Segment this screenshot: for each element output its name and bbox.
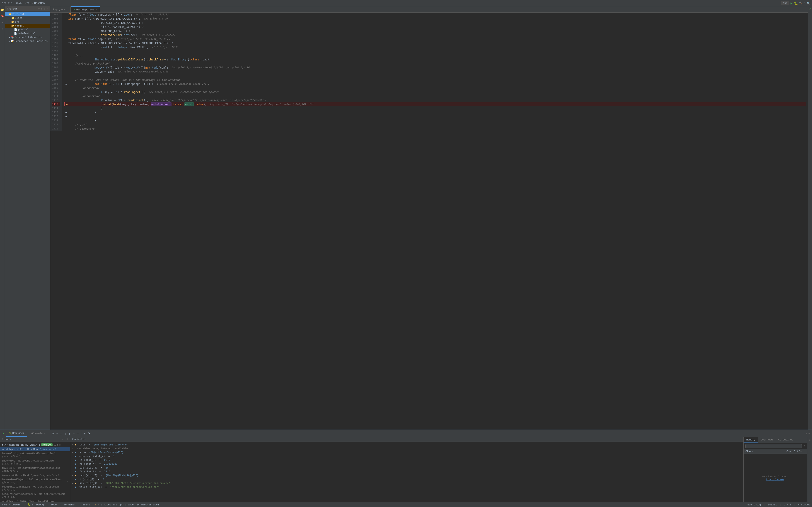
expand-icon[interactable]: ⊞ bbox=[809, 438, 810, 443]
code-content: 1390 1391 1392 1393 1394 1395 1396 1397 … bbox=[50, 13, 808, 131]
code-line-1390: float fc = (float)mappings / lf + 1.0f; … bbox=[64, 13, 806, 17]
encoding-label[interactable]: UTF-8 bbox=[784, 503, 791, 506]
var-cap[interactable]: ◆ cap (slot_5) = 16 bbox=[70, 466, 743, 470]
run-to-cursor-btn[interactable]: → bbox=[72, 431, 75, 436]
thread-nav-down[interactable]: ▼ bbox=[57, 443, 58, 446]
var-i[interactable]: ◆ i (slot_8) = 0 bbox=[70, 477, 743, 481]
code-line-1414: } bbox=[64, 106, 806, 110]
var-lf[interactable]: ◆ lf (slot_3) = 0.75 bbox=[70, 458, 743, 462]
sidebar-item-iml[interactable]: 📄 vulnTest.iml bbox=[5, 32, 50, 35]
code-line-1413: → putVal(hash(key), key, value, onlyIfAb… bbox=[64, 102, 806, 106]
tab-close-icon[interactable]: ✕ bbox=[66, 8, 68, 11]
frame-item-5[interactable]: invokeReadObject:1185, ObjectStreamClass… bbox=[0, 477, 70, 485]
frame-down-btn[interactable]: ↓ bbox=[64, 438, 66, 441]
project-icon[interactable]: 📁 bbox=[0, 7, 5, 12]
frame-up-btn[interactable]: ↑ bbox=[62, 438, 63, 441]
var-s[interactable]: ▶ ◆ s = {ObjectInputStream@710} bbox=[70, 450, 743, 454]
var-ft[interactable]: ◆ ft (slot_6) = 12.0 bbox=[70, 470, 743, 473]
tab-console[interactable]: ⊡ Console ✕ bbox=[28, 430, 48, 437]
tab-debugger[interactable]: 🐛 Debugger bbox=[6, 430, 27, 437]
structure-icon[interactable]: ≡ bbox=[1, 20, 4, 25]
sort-icon[interactable]: ▼ bbox=[801, 450, 802, 453]
folder-icon: 📝 bbox=[11, 40, 14, 42]
frame-copy-btn[interactable]: ⎘ bbox=[67, 438, 68, 441]
mute-breakpoints-btn[interactable]: ⊘ bbox=[83, 431, 86, 436]
sidebar-item-label: Scratches and Consoles bbox=[15, 40, 48, 43]
tab-hashmap-java[interactable]: J HashMap.java ✕ bbox=[71, 6, 100, 12]
step-into-btn[interactable]: ↓ bbox=[59, 431, 63, 436]
threads-btn[interactable]: ⟳ bbox=[87, 431, 91, 436]
sidebar-item-src[interactable]: 📂 src bbox=[5, 20, 50, 24]
sidebar-sort-icon[interactable]: ⇅ bbox=[41, 7, 43, 10]
var-this[interactable]: ▶ ◆ this = {HashMap@709} size = 0 bbox=[70, 443, 743, 447]
status-build[interactable]: Build bbox=[83, 503, 90, 506]
evaluate-btn[interactable]: = bbox=[76, 431, 80, 436]
line-sep-label[interactable]: 4 spaces bbox=[798, 503, 810, 506]
load-classes-link[interactable]: Load classes bbox=[766, 478, 784, 481]
run-button[interactable]: ▶ bbox=[791, 1, 792, 5]
frame-item-6[interactable]: readSerialData:2256, ObjectInputStream (… bbox=[0, 485, 70, 492]
thread-nav-up[interactable]: ▲ bbox=[54, 443, 56, 446]
sidebar-close-icon[interactable]: ✕ bbox=[47, 7, 48, 10]
var-key[interactable]: ▶ ◆ key (slot_9) = (URL@738) "http://url… bbox=[70, 481, 743, 485]
frame-item-2[interactable]: invoke:62, NativeMethodAccessorImpl (sun… bbox=[0, 459, 70, 466]
search-button[interactable]: 🔍 bbox=[807, 2, 810, 5]
sidebar-layout-icon[interactable]: ⊞ bbox=[44, 7, 46, 10]
var-mappings[interactable]: ◆ mappings (slot_2) = 1 bbox=[70, 454, 743, 458]
debug-icon: 🐛 bbox=[28, 503, 31, 506]
no-classes-text: No classes loaded. bbox=[762, 475, 789, 478]
minimize-icon[interactable]: — bbox=[809, 432, 810, 435]
thread-copy[interactable]: ⎘ bbox=[59, 443, 61, 446]
frame-item-3[interactable]: invoke:43, DelegatingMethodAccessorImpl … bbox=[0, 466, 70, 473]
sidebar-item-ext-libs[interactable]: ▶ 📚 External Libraries bbox=[5, 35, 50, 39]
column-class-label: Class bbox=[745, 450, 780, 453]
tab-app-java[interactable]: App.java ✕ bbox=[50, 6, 71, 12]
sidebar-item-idea[interactable]: 📁 .idea bbox=[5, 16, 50, 20]
settings-button[interactable]: ⚙ bbox=[804, 2, 805, 5]
frame-item-8[interactable]: readObject0:1646, ObjectInputStream (jav… bbox=[0, 499, 70, 502]
tab-close-icon[interactable]: ✕ bbox=[44, 432, 45, 435]
memory-search-input[interactable] bbox=[745, 444, 802, 448]
show-execution-point-btn[interactable]: ⊙ bbox=[51, 431, 54, 436]
build-button[interactable]: 🔨 bbox=[799, 2, 803, 5]
settings-icon[interactable]: ⚙ bbox=[806, 432, 807, 435]
memory-tab-overhead[interactable]: Overhead bbox=[758, 437, 775, 443]
tab-close-icon[interactable]: ✕ bbox=[96, 8, 97, 11]
var-tab[interactable]: ▶ ◆ tab (slot_7) = {HashMap$Node[16]@728… bbox=[70, 473, 743, 477]
frame-item-4[interactable]: invoke:498, Method (java.lang.reflect) bbox=[0, 473, 70, 477]
status-debug[interactable]: 🐛 5: Debug bbox=[28, 503, 44, 506]
frame-item-1[interactable]: invoke0:-1, NativeMethodAccessorImpl (su… bbox=[0, 451, 70, 459]
code-line-1393: (fc >= MAXIMUM_CAPACITY) ? bbox=[64, 25, 806, 29]
bookmark-icon[interactable]: 🔖 bbox=[0, 13, 5, 18]
sidebar-item-target[interactable]: 📂 target bbox=[5, 24, 50, 27]
debug-run-icon[interactable]: ▶ bbox=[2, 431, 5, 436]
problems-icon: ⚠ bbox=[2, 503, 3, 506]
app-config-label[interactable]: App bbox=[781, 1, 789, 5]
frame-item-0[interactable]: readObject:1413, HashMap (java.util) bbox=[0, 447, 70, 451]
memory-tab-memory[interactable]: Memory bbox=[744, 437, 758, 443]
code-line-1398: (int)ft : Integer.MAX_VALUE); ft (slot_6… bbox=[64, 45, 806, 49]
status-todo[interactable]: TODO bbox=[51, 503, 57, 506]
status-problems[interactable]: ⚠ 6: Problems bbox=[2, 503, 20, 506]
code-editor[interactable]: 1390 1391 1392 1393 1394 1395 1396 1397 … bbox=[50, 13, 808, 430]
favorites-icon[interactable]: ★ bbox=[1, 26, 4, 31]
sidebar-item-pom[interactable]: 📄 pom.xml bbox=[5, 27, 50, 32]
memory-toolbar: ⚙ bbox=[744, 443, 807, 449]
code-line-1407: // Read the keys and values, and put the… bbox=[64, 78, 806, 82]
step-out-btn[interactable]: ↑ bbox=[67, 431, 71, 436]
expand-icon: ▶ bbox=[9, 40, 10, 43]
var-value[interactable]: ◆ value (slot_10) = "http://urldns.epraq… bbox=[70, 485, 743, 489]
var-fc[interactable]: ◆ fc (slot_4) = 2.3333333 bbox=[70, 462, 743, 466]
memory-tab-coroutines[interactable]: Coroutines bbox=[775, 437, 796, 443]
force-step-into-btn[interactable]: ⇓ bbox=[63, 431, 67, 436]
sidebar-settings-icon[interactable]: ⚙ bbox=[38, 7, 40, 10]
sidebar-item-scratches[interactable]: ▶ 📝 Scratches and Consoles bbox=[5, 39, 50, 43]
event-log-link[interactable]: Event Log bbox=[748, 503, 761, 506]
memory-settings-icon[interactable]: ⚙ bbox=[804, 445, 805, 448]
frame-item-7[interactable]: readOrdinaryObject:2147, ObjectInputStre… bbox=[0, 492, 70, 499]
sidebar-item-vulntest[interactable]: 📂 vulnTest bbox=[5, 12, 50, 16]
step-over-btn[interactable]: ↷ bbox=[55, 431, 59, 436]
status-terminal[interactable]: Terminal bbox=[64, 503, 76, 506]
debug-button[interactable]: 🐛 bbox=[794, 1, 798, 5]
checkmark-icon: ✓ bbox=[809, 7, 811, 10]
